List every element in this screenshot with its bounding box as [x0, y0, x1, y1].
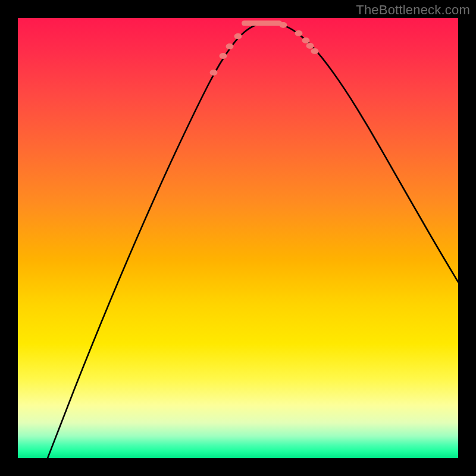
chart-svg	[18, 18, 458, 458]
plot-area	[18, 18, 458, 458]
marker-dot	[311, 48, 319, 54]
marker-dot	[295, 30, 303, 36]
marker-dot	[234, 33, 242, 39]
marker-dot	[302, 37, 310, 43]
curve-layer	[48, 23, 458, 458]
marker-dot	[220, 53, 227, 59]
bottleneck-curve	[48, 23, 458, 458]
marker-layer	[210, 21, 319, 76]
marker-cluster	[242, 21, 282, 26]
chart-frame: TheBottleneck.com	[0, 0, 476, 476]
marker-dot	[226, 43, 234, 49]
marker-dot	[280, 22, 287, 28]
marker-dot	[210, 70, 218, 76]
marker-dot	[306, 43, 314, 49]
watermark-text: TheBottleneck.com	[356, 2, 470, 18]
